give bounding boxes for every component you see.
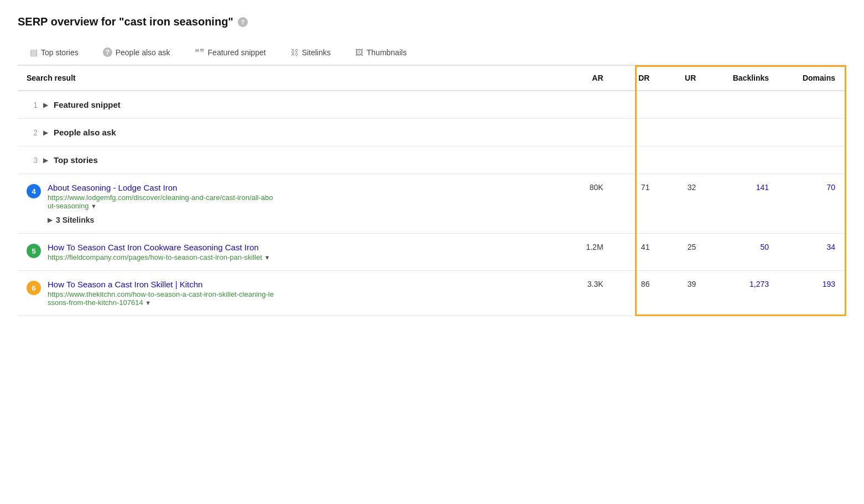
row1-ar [561,91,615,119]
top-stories-icon: ▤ [30,48,38,57]
featured-snippet-icon: ❝❞ [195,47,205,57]
header-dr: DR [615,66,661,91]
row-arrow-2[interactable]: ▶ [43,129,48,136]
row-arrow-1[interactable]: ▶ [43,101,48,109]
page-title: SERP overview for "cast iron seasoning" [18,15,233,28]
tab-sitelinks-label: Sitelinks [302,48,331,57]
result-url-6: https://www.thekitchn.com/how-to-season-… [48,290,274,307]
table-outer: Search result AR DR UR Backlinks Domains… [18,65,846,316]
badge-5: 5 [27,244,41,258]
sitelinks-label-4: 3 Sitelinks [56,216,94,224]
row2-dr [615,119,661,146]
tab-sitelinks[interactable]: ⛓ Sitelinks [278,42,343,65]
tab-thumbnails-label: Thumbnails [367,48,407,57]
row3-dr [615,146,661,174]
header-ur: UR [660,66,707,91]
result-url-5: https://fieldcompany.com/pages/how-to-se… [48,253,270,261]
tab-top-stories-label: Top stories [41,48,79,57]
row-field-company: 5 How To Season Cast Iron Cookware Seaso… [18,234,846,271]
row-top-stories: 3 ▶ Top stories [18,146,846,174]
row5-backlinks[interactable]: 50 [707,234,780,271]
row5-dr: 41 [615,234,661,271]
tab-people-also-ask[interactable]: ? People also ask [91,42,183,65]
row4-domains[interactable]: 70 [780,174,846,234]
result-link-6[interactable]: How To Season a Cast Iron Skillet | Kitc… [48,280,274,289]
row4-dr: 71 [615,174,661,234]
url-expand-4[interactable]: ▼ [91,203,97,209]
row4-ar: 80K [561,174,615,234]
people-also-ask-icon: ? [103,48,112,57]
tab-featured-snippet-label: Featured snippet [208,48,266,57]
row2-ar [561,119,615,146]
tabs-row: ▤ Top stories ? People also ask ❝❞ Featu… [18,41,846,65]
header-ar: AR [561,66,615,91]
serp-table: Search result AR DR UR Backlinks Domains… [18,65,846,316]
row5-ar: 1.2M [561,234,615,271]
row4-ur: 32 [660,174,707,234]
result-link-4[interactable]: About Seasoning - Lodge Cast Iron [48,183,273,192]
tab-featured-snippet[interactable]: ❝❞ Featured snippet [183,41,278,65]
result-url-4: https://www.lodgemfg.com/discover/cleani… [48,193,273,210]
row-the-kitchn: 6 How To Season a Cast Iron Skillet | Ki… [18,271,846,316]
row5-ur: 25 [660,234,707,271]
row1-dr [615,91,661,119]
sitelinks-icon: ⛓ [290,48,299,57]
row2-backlinks [707,119,780,146]
row6-domains[interactable]: 193 [780,271,846,316]
page-wrapper: SERP overview for "cast iron seasoning" … [0,0,864,334]
row1-domains [780,91,846,119]
header-backlinks: Backlinks [707,66,780,91]
result-link-5[interactable]: How To Season Cast Iron Cookware Seasoni… [48,243,270,252]
sitelinks-arrow-4[interactable]: ▶ [48,216,53,224]
page-title-row: SERP overview for "cast iron seasoning" … [18,15,846,28]
row-num-3: 3 [27,156,38,165]
row1-ur [660,91,707,119]
row-people-also-ask: 2 ▶ People also ask [18,119,846,146]
url-expand-5[interactable]: ▼ [264,254,270,261]
row3-ar [561,146,615,174]
url-expand-6[interactable]: ▼ [145,300,151,306]
row6-ar: 3.3K [561,271,615,316]
row4-backlinks[interactable]: 141 [707,174,780,234]
row-title-top-stories: Top stories [54,155,98,165]
row-arrow-3[interactable]: ▶ [43,156,48,164]
table-header-row: Search result AR DR UR Backlinks Domains [18,66,846,91]
header-search-result: Search result [18,66,561,91]
row2-domains [780,119,846,146]
row-num-2: 2 [27,128,38,137]
badge-4: 4 [27,184,41,198]
row-lodge-cast-iron: 4 About Seasoning - Lodge Cast Iron http… [18,174,846,234]
tab-thumbnails[interactable]: 🖼 Thumbnails [343,42,419,65]
row6-backlinks[interactable]: 1,273 [707,271,780,316]
row-num-1: 1 [27,101,38,109]
row3-backlinks [707,146,780,174]
row5-domains[interactable]: 34 [780,234,846,271]
row6-dr: 86 [615,271,661,316]
thumbnails-icon: 🖼 [355,48,363,57]
row3-domains [780,146,846,174]
row-featured-snippet: 1 ▶ Featured snippet [18,91,846,119]
row2-ur [660,119,707,146]
badge-6: 6 [27,281,41,295]
row-title-people-also-ask: People also ask [54,128,116,137]
help-icon[interactable]: ? [238,17,248,27]
tab-people-also-ask-label: People also ask [116,48,170,57]
row-title-featured-snippet: Featured snippet [54,100,121,109]
row6-ur: 39 [660,271,707,316]
header-domains: Domains [780,66,846,91]
tab-top-stories[interactable]: ▤ Top stories [18,42,91,65]
row3-ur [660,146,707,174]
row1-backlinks [707,91,780,119]
sitelinks-row-4: ▶ 3 Sitelinks [48,216,273,224]
